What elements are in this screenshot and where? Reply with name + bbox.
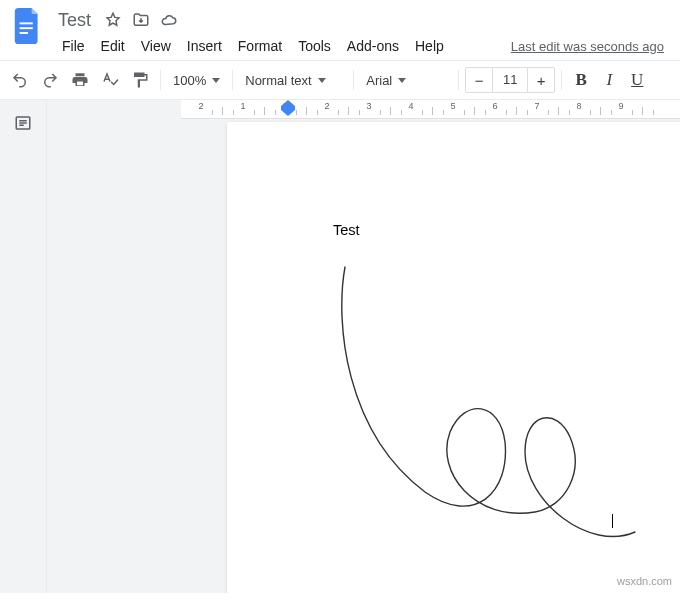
separator [561,70,562,90]
bold-button[interactable]: B [568,66,594,94]
italic-button[interactable]: I [596,66,622,94]
page-text: Test [333,222,360,238]
ruler-label: 9 [618,101,623,111]
document-title[interactable]: Test [54,9,95,32]
menu-help[interactable]: Help [407,34,452,58]
move-to-folder-icon[interactable] [131,10,151,30]
horizontal-ruler[interactable]: 21123456789 [181,100,680,119]
ruler-label: 6 [492,101,497,111]
separator [458,70,459,90]
left-sidebar [0,100,47,593]
outline-icon[interactable] [14,114,32,136]
chevron-down-icon [212,78,220,83]
underline-button[interactable]: U [624,66,650,94]
menu-view[interactable]: View [133,34,179,58]
undo-button[interactable] [6,66,34,94]
svg-rect-1 [20,27,33,29]
paint-format-button[interactable] [126,66,154,94]
text-cursor [612,514,613,528]
zoom-value: 100% [173,73,206,88]
svg-marker-8 [281,110,295,116]
font-family-combo[interactable]: Arial [360,67,452,93]
ruler-label: 8 [576,101,581,111]
redo-button[interactable] [36,66,64,94]
document-page[interactable]: Test [227,122,680,593]
toolbar: 100% Normal text Arial − 11 + B I U [0,60,680,100]
separator [353,70,354,90]
print-button[interactable] [66,66,94,94]
paragraph-style-value: Normal text [245,73,311,88]
svg-marker-7 [281,100,295,110]
ruler-label: 2 [198,101,203,111]
menu-format[interactable]: Format [230,34,290,58]
font-size-group: − 11 + [465,67,555,93]
last-edit-link[interactable]: Last edit was seconds ago [511,39,670,54]
first-line-indent-marker[interactable] [281,100,295,116]
separator [160,70,161,90]
ruler-label: 5 [450,101,455,111]
ruler-label: 4 [408,101,413,111]
separator [232,70,233,90]
watermark: wsxdn.com [617,575,672,587]
chevron-down-icon [398,78,406,83]
ruler-label: 2 [324,101,329,111]
menu-insert[interactable]: Insert [179,34,230,58]
svg-rect-0 [20,22,33,24]
ruler-label: 3 [366,101,371,111]
font-size-increase-button[interactable]: + [527,67,555,93]
docs-logo[interactable] [10,8,46,44]
font-family-value: Arial [366,73,392,88]
star-icon[interactable] [103,10,123,30]
font-size-input[interactable]: 11 [493,67,527,93]
ruler-label: 1 [240,101,245,111]
document-canvas[interactable]: 21123456789 Test wsxdn.com [47,100,680,593]
zoom-combo[interactable]: 100% [167,67,226,93]
menu-file[interactable]: File [54,34,93,58]
paragraph-style-combo[interactable]: Normal text [239,67,347,93]
drawing-scribble [335,262,655,552]
ruler-label: 7 [534,101,539,111]
svg-rect-2 [20,32,28,34]
menu-addons[interactable]: Add-ons [339,34,407,58]
menu-edit[interactable]: Edit [93,34,133,58]
chevron-down-icon [318,78,326,83]
spellcheck-button[interactable] [96,66,124,94]
font-size-decrease-button[interactable]: − [465,67,493,93]
cloud-status-icon[interactable] [159,10,179,30]
menu-tools[interactable]: Tools [290,34,339,58]
